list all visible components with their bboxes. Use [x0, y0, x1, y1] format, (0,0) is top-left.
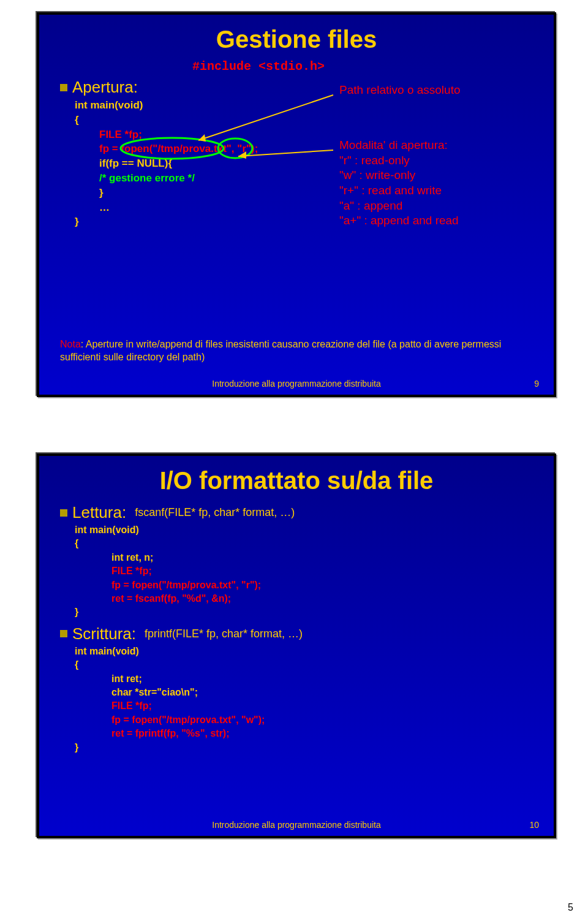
annot-modes: Modalita' di apertura: "r" : read-only "… — [339, 138, 459, 229]
slide-page-number: 10 — [529, 820, 539, 830]
slide-page-number: 9 — [534, 379, 539, 389]
bullet-icon — [60, 630, 67, 637]
bullet-lettura: Lettura: fscanf(FILE* fp, char* format, … — [60, 502, 537, 523]
slide-footer: Introduzione alla programmazione distrib… — [39, 379, 554, 389]
code-scrittura: int main(void) { int ret; char *str="cia… — [75, 645, 537, 754]
document-page-number: 5 — [568, 902, 573, 913]
slide-title: I/O formattato su/da file — [39, 467, 554, 495]
slide-title: Gestione files — [39, 26, 554, 53]
slide-footer: Introduzione alla programmazione distrib… — [39, 820, 554, 830]
slide-io-formattato: I/O formattato su/da file Lettura: fscan… — [37, 453, 556, 838]
bullet-label: Apertura: — [72, 77, 138, 98]
include-directive: #include <stdio.h> — [192, 59, 325, 74]
bullet-icon — [60, 509, 67, 517]
annot-path: Path relativo o assoluto — [339, 83, 461, 98]
slide-gestione-files: Gestione files #include <stdio.h> Apertu… — [37, 12, 556, 397]
bullet-icon — [60, 84, 67, 91]
note-text: Nota: Aperture in write/append di files … — [60, 338, 533, 364]
code-block: int main(void) { FILE *fp; fp = fopen("/… — [75, 98, 537, 229]
bullet-apertura: Apertura: — [60, 77, 537, 98]
bullet-scrittura: Scrittura: fprintf(FILE* fp, char* forma… — [60, 623, 537, 645]
code-lettura: int main(void) { int ret, n; FILE *fp; f… — [75, 523, 537, 620]
